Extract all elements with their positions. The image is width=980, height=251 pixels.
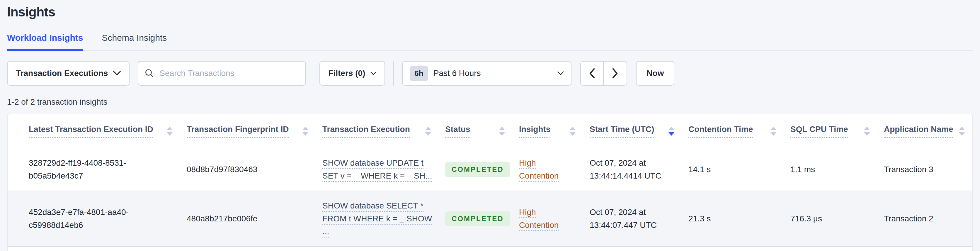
toolbar-divider [393,61,394,86]
insight-type-select[interactable]: Transaction Executions [7,61,129,86]
tab-bar: Workload Insights Schema Insights [7,33,973,51]
filters-button[interactable]: Filters (0) [320,61,385,86]
now-button[interactable]: Now [636,61,675,86]
column-header-status[interactable]: Status [445,114,519,148]
table-header-row: Latest Transaction Execution ID Transact… [8,114,972,148]
sort-icon [161,127,173,136]
tab-schema-insights[interactable]: Schema Insights [102,33,167,51]
transaction-execution-link[interactable]: SHOW database UPDATE t SET v = _ WHERE k… [322,157,438,182]
chevron-right-icon [612,68,618,78]
sort-icon [953,127,965,136]
insights-page: Insights Workload Insights Schema Insigh… [0,5,980,251]
start-time-cell: Oct 07, 2024 at 13:44:14.4414 UTC [590,148,689,191]
sort-icon [858,127,870,136]
insights-table-card: Latest Transaction Execution ID Transact… [7,114,973,251]
execution-id-cell: 328729d2-ff19-4408-8531- b05a5b4e43c7 [8,148,187,191]
column-header-latest-transaction-execution-id[interactable]: Latest Transaction Execution ID [8,114,187,148]
transaction-insights-table: Latest Transaction Execution ID Transact… [8,114,972,247]
transaction-execution-link[interactable]: SHOW database SELECT * FROM t WHERE k = … [322,200,438,238]
search-input[interactable] [159,68,299,78]
sort-icon [297,127,308,136]
chevron-down-icon [113,71,121,76]
high-contention-link[interactable]: High Contention [519,157,582,182]
filters-label: Filters (0) [328,69,365,78]
results-count: 1-2 of 2 transaction insights [7,98,973,107]
column-header-insights[interactable]: Insights [519,114,590,148]
sort-icon [493,127,505,136]
time-prev-button[interactable] [581,62,604,85]
time-range-pager [580,61,627,86]
application-name-cell: Transaction 2 [884,191,972,246]
status-badge: COMPLETED [445,211,510,226]
page-title: Insights [7,5,973,19]
time-range-picker[interactable]: 6h Past 6 Hours [402,61,571,86]
table-row: 452da3e7-e7fa-4801-aa40- c59988d14eb6 48… [8,191,972,246]
tab-workload-insights[interactable]: Workload Insights [7,33,83,51]
sort-desc-icon [663,127,675,136]
chevron-down-icon [557,71,564,75]
status-badge: COMPLETED [445,162,510,177]
sort-icon [564,127,576,136]
execution-id-cell: 452da3e7-e7fa-4801-aa40- c59988d14eb6 [8,191,187,246]
search-icon [145,69,154,78]
sql-cpu-time-cell: 1.1 ms [791,148,884,191]
time-range-badge: 6h [410,66,428,81]
fingerprint-id-cell: 08d8b7d97f830463 [187,148,322,191]
sql-cpu-time-cell: 716.3 µs [791,191,884,246]
contention-time-cell: 21.3 s [689,191,791,246]
sort-icon [419,127,431,136]
column-header-application-name[interactable]: Application Name [884,114,972,148]
toolbar: Transaction Executions Filters (0) 6h Pa… [7,61,973,86]
column-header-transaction-fingerprint-id[interactable]: Transaction Fingerprint ID [187,114,322,148]
table-row: 328729d2-ff19-4408-8531- b05a5b4e43c7 08… [8,148,972,191]
search-box[interactable] [138,61,306,86]
application-name-cell: Transaction 3 [884,148,972,191]
fingerprint-id-cell: 480a8b217be006fe [187,191,322,246]
insight-type-label: Transaction Executions [16,69,108,78]
column-header-contention-time[interactable]: Contention Time [689,114,791,148]
column-header-transaction-execution[interactable]: Transaction Execution [322,114,445,148]
column-header-sql-cpu-time[interactable]: SQL CPU Time [791,114,884,148]
high-contention-link[interactable]: High Contention [519,206,582,232]
chevron-down-icon [371,72,376,75]
time-next-button[interactable] [604,62,627,85]
time-range-label: Past 6 Hours [433,69,481,78]
column-header-start-time[interactable]: Start Time (UTC) [590,114,689,148]
start-time-cell: Oct 07, 2024 at 13:44:07.447 UTC [590,191,689,246]
sort-icon [765,127,776,136]
contention-time-cell: 14.1 s [689,148,791,191]
chevron-left-icon [589,68,595,78]
